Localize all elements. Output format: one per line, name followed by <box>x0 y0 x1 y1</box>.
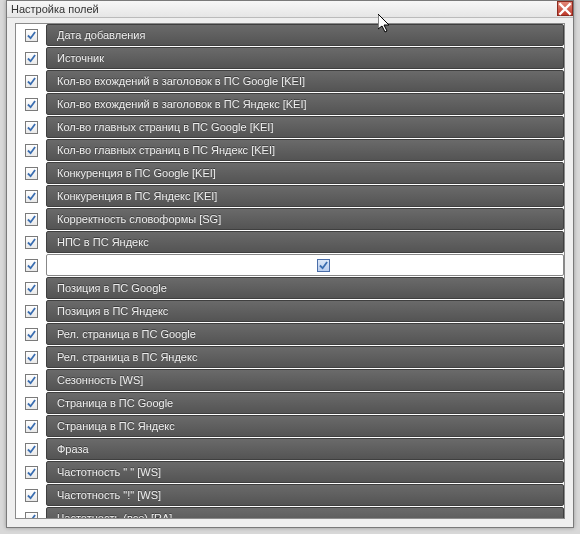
row-check-cell <box>16 24 46 46</box>
field-row: Кол-во главных страниц в ПС Яндекс [KEI] <box>16 139 564 161</box>
row-checkbox[interactable] <box>25 75 38 88</box>
row-checkbox[interactable] <box>25 420 38 433</box>
row-label-text: Страница в ПС Google <box>57 397 173 409</box>
row-label-text: Позиция в ПС Яндекс <box>57 305 168 317</box>
field-row: Частотность (все) [RA] <box>16 507 564 519</box>
row-checkbox[interactable] <box>25 236 38 249</box>
row-label[interactable]: Конкуренция в ПС Google [KEI] <box>46 162 564 184</box>
field-row: Фраза <box>16 438 564 460</box>
row-label[interactable]: Дата добавления <box>46 24 564 46</box>
row-checkbox[interactable] <box>25 167 38 180</box>
field-row: НПС в ПС Яндекс <box>16 231 564 253</box>
row-label-text: Дата добавления <box>57 29 145 41</box>
row-checkbox[interactable] <box>25 351 38 364</box>
row-label[interactable]: Частотность "!" [WS] <box>46 484 564 506</box>
row-checkbox[interactable] <box>25 443 38 456</box>
row-check-cell <box>16 323 46 345</box>
row-label[interactable]: Позиция в ПС Google <box>46 277 564 299</box>
field-row: Частотность " " [WS] <box>16 461 564 483</box>
row-checkbox[interactable] <box>25 512 38 520</box>
field-row: Кол-во вхождений в заголовок в ПС Яндекс… <box>16 93 564 115</box>
row-label-text: Позиция в ПС Google <box>57 282 167 294</box>
row-label[interactable]: Сезонность [WS] <box>46 369 564 391</box>
field-row: Конкуренция в ПС Google [KEI] <box>16 162 564 184</box>
window-title: Настройка полей <box>11 3 99 15</box>
row-label[interactable]: Источник <box>46 47 564 69</box>
row-checkbox[interactable] <box>25 466 38 479</box>
row-label[interactable]: Кол-во главных страниц в ПС Яндекс [KEI] <box>46 139 564 161</box>
row-label[interactable]: НПС в ПС Яндекс <box>46 231 564 253</box>
row-checkbox[interactable] <box>25 98 38 111</box>
row-label-text: Частотность (все) [RA] <box>57 512 172 519</box>
field-row: Конкуренция в ПС Яндекс [KEI] <box>16 185 564 207</box>
row-check-cell <box>16 392 46 414</box>
row-check-cell <box>16 438 46 460</box>
row-label[interactable] <box>46 254 564 276</box>
row-label[interactable]: Страница в ПС Яндекс <box>46 415 564 437</box>
row-label[interactable]: Страница в ПС Google <box>46 392 564 414</box>
row-check-cell <box>16 116 46 138</box>
settings-window: Настройка полей Дата добавленияИсточникК… <box>6 0 574 528</box>
row-check-cell <box>16 162 46 184</box>
row-check-cell <box>16 185 46 207</box>
row-check-cell <box>16 369 46 391</box>
row-check-cell <box>16 93 46 115</box>
row-label[interactable]: Рел. страница в ПС Яндекс <box>46 346 564 368</box>
row-checkbox[interactable] <box>25 374 38 387</box>
row-label-text: Конкуренция в ПС Google [KEI] <box>57 167 216 179</box>
row-check-cell <box>16 254 46 276</box>
row-label-text: Сезонность [WS] <box>57 374 143 386</box>
row-label[interactable]: Конкуренция в ПС Яндекс [KEI] <box>46 185 564 207</box>
field-row: Рел. страница в ПС Google <box>16 323 564 345</box>
row-label-text: Частотность " " [WS] <box>57 466 161 478</box>
row-label[interactable]: Рел. страница в ПС Google <box>46 323 564 345</box>
row-checkbox[interactable] <box>25 29 38 42</box>
row-label[interactable]: Кол-во вхождений в заголовок в ПС Яндекс… <box>46 93 564 115</box>
field-row: Частотность "!" [WS] <box>16 484 564 506</box>
row-label-text: Рел. страница в ПС Google <box>57 328 196 340</box>
row-label[interactable]: Корректность словоформы [SG] <box>46 208 564 230</box>
row-label-text: Страница в ПС Яндекс <box>57 420 175 432</box>
row-check-cell <box>16 277 46 299</box>
row-checkbox[interactable] <box>25 144 38 157</box>
field-row: Позиция в ПС Google <box>16 277 564 299</box>
row-checkbox[interactable] <box>25 305 38 318</box>
row-check-cell <box>16 415 46 437</box>
row-check-cell <box>16 461 46 483</box>
row-checkbox[interactable] <box>25 489 38 502</box>
close-button[interactable] <box>557 1 573 16</box>
row-check-cell <box>16 300 46 322</box>
row-label[interactable]: Частотность (все) [RA] <box>46 507 564 519</box>
row-label[interactable]: Кол-во главных страниц в ПС Google [KEI] <box>46 116 564 138</box>
inline-edit-checkbox[interactable] <box>317 259 330 272</box>
row-check-cell <box>16 47 46 69</box>
row-label[interactable]: Частотность " " [WS] <box>46 461 564 483</box>
row-check-cell <box>16 70 46 92</box>
row-label-text: Конкуренция в ПС Яндекс [KEI] <box>57 190 217 202</box>
row-label[interactable]: Кол-во вхождений в заголовок в ПС Google… <box>46 70 564 92</box>
field-row: Корректность словоформы [SG] <box>16 208 564 230</box>
row-check-cell <box>16 208 46 230</box>
row-label[interactable]: Позиция в ПС Яндекс <box>46 300 564 322</box>
field-row: Источник <box>16 47 564 69</box>
field-row: Сезонность [WS] <box>16 369 564 391</box>
row-check-cell <box>16 484 46 506</box>
row-checkbox[interactable] <box>25 52 38 65</box>
row-label-text: Фраза <box>57 443 89 455</box>
row-label-text: Кол-во вхождений в заголовок в ПС Яндекс… <box>57 98 307 110</box>
row-checkbox[interactable] <box>25 259 38 272</box>
field-row: Страница в ПС Google <box>16 392 564 414</box>
row-checkbox[interactable] <box>25 213 38 226</box>
row-checkbox[interactable] <box>25 121 38 134</box>
row-checkbox[interactable] <box>25 282 38 295</box>
row-label-text: Кол-во вхождений в заголовок в ПС Google… <box>57 75 305 87</box>
row-label[interactable]: Фраза <box>46 438 564 460</box>
titlebar: Настройка полей <box>7 1 573 18</box>
row-check-cell <box>16 231 46 253</box>
row-checkbox[interactable] <box>25 190 38 203</box>
row-label-text: Частотность "!" [WS] <box>57 489 161 501</box>
row-checkbox[interactable] <box>25 397 38 410</box>
row-label-text: Источник <box>57 52 104 64</box>
row-checkbox[interactable] <box>25 328 38 341</box>
row-label-text: Кол-во главных страниц в ПС Google [KEI] <box>57 121 273 133</box>
